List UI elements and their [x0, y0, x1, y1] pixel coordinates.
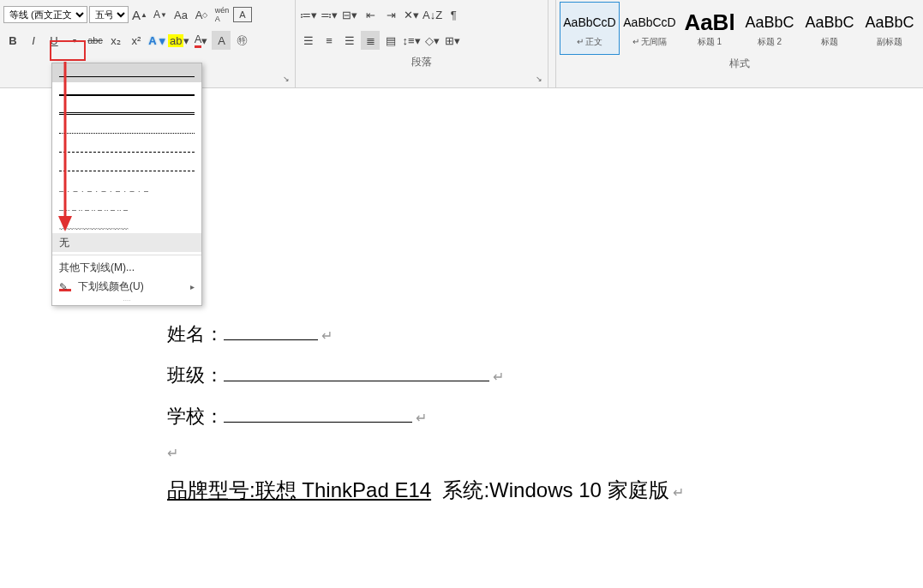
phonetic-guide-button[interactable]: wénA	[213, 5, 231, 24]
underline-field-name[interactable]	[224, 339, 318, 340]
style-heading1[interactable]: AaBl 标题 1	[680, 2, 740, 55]
bold-button[interactable]: B	[3, 31, 22, 50]
char-shading-button[interactable]: A	[212, 31, 231, 50]
style-subtitle[interactable]: AaBbC 副标题	[860, 2, 920, 55]
underline-style-dotted[interactable]	[52, 120, 201, 139]
font-name-select[interactable]: 等线 (西文正文)	[3, 6, 87, 23]
paragraph-group: ≔▾ ≕▾ ⊟▾ ⇤ ⇥ ✕▾ A↓Z ¶ ☰ ≡ ☰ ≣ ▤ ↕≡▾ ◇▾ ⊞…	[296, 0, 548, 87]
font-dialog-launcher[interactable]: ↘	[280, 73, 292, 85]
underline-style-dash-thin[interactable]	[52, 139, 201, 158]
style-no-spacing[interactable]: AaBbCcD ↵ 无间隔	[620, 2, 680, 55]
strikethrough-button[interactable]: abc	[86, 31, 105, 50]
grow-font-button[interactable]: A▲	[130, 5, 149, 24]
underline-style-thick[interactable]	[52, 82, 201, 101]
label-school: 学校：	[167, 404, 224, 429]
multilevel-list-button[interactable]: ⊟▾	[340, 5, 359, 24]
text-effects-button[interactable]: A ▾	[147, 31, 166, 50]
underline-button[interactable]: U	[45, 31, 63, 50]
style-heading2[interactable]: AaBbC 标题 2	[740, 2, 800, 55]
underline-style-solid[interactable]	[52, 63, 201, 82]
paragraph-dialog-launcher[interactable]: ↘	[533, 73, 545, 85]
label-name: 姓名：	[167, 321, 224, 347]
distribute-button[interactable]: ▤	[381, 31, 400, 50]
doc-line-class: 班级： ↵	[167, 363, 684, 388]
return-mark-icon: ↵	[321, 327, 333, 344]
underline-more-button[interactable]: 其他下划线(M)...	[52, 258, 201, 277]
style-normal[interactable]: AaBbCcD ↵ 正文	[560, 2, 620, 55]
document-page: 姓名： ↵ 班级： ↵ 学校： ↵ ↵ 品牌型号:联想 ThinkPad E14…	[167, 124, 684, 519]
show-marks-button[interactable]: ¶	[444, 5, 463, 24]
underline-dropdown: 无 其他下划线(M)... ✎ 下划线颜色(U) ▸ ····	[51, 63, 202, 306]
highlight-button[interactable]: ab▾	[168, 31, 189, 50]
font-color-button[interactable]: A▾	[191, 31, 210, 50]
font-size-select[interactable]: 五号	[89, 6, 129, 23]
decrease-indent-button[interactable]: ⇤	[361, 5, 380, 24]
return-mark-icon: ↵	[416, 410, 427, 426]
shrink-font-button[interactable]: A▼	[151, 5, 170, 24]
info-underlined-text: 品牌型号:联想 ThinkPad E14	[167, 477, 431, 504]
subscript-button[interactable]: x₂	[106, 31, 125, 50]
superscript-button[interactable]: x²	[127, 31, 146, 50]
paragraph-group-label: 段落	[299, 53, 544, 71]
underline-style-dashdot[interactable]	[52, 177, 201, 195]
styles-group: AaBbCcD ↵ 正文 AaBbCcD ↵ 无间隔 AaBl 标题 1 AaB…	[556, 0, 923, 87]
line-spacing-button[interactable]: ↕≡▾	[402, 31, 421, 50]
underline-style-wave[interactable]	[52, 214, 201, 233]
underline-style-dash[interactable]	[52, 158, 201, 177]
underline-style-none[interactable]: 无	[52, 233, 201, 252]
shading-button[interactable]: ◇▾	[423, 31, 441, 50]
underline-style-dashdotdot[interactable]	[52, 195, 201, 214]
doc-line-info: 品牌型号:联想 ThinkPad E14 系统:Windows 10 家庭版 ↵	[167, 477, 684, 504]
underline-color-button[interactable]: ✎ 下划线颜色(U) ▸	[52, 277, 201, 296]
enclose-char-button[interactable]: ㊕	[232, 31, 251, 50]
italic-button[interactable]: I	[24, 31, 43, 50]
underline-color-icon: ✎	[59, 281, 71, 291]
increase-indent-button[interactable]: ⇥	[381, 5, 400, 24]
doc-line-name: 姓名： ↵	[167, 321, 684, 347]
align-center-button[interactable]: ≡	[320, 31, 339, 50]
style-title[interactable]: AaBbC 标题	[800, 2, 860, 55]
chevron-right-icon: ▸	[190, 282, 195, 291]
align-left-button[interactable]: ☰	[299, 31, 318, 50]
doc-line-empty: ↵	[167, 445, 684, 461]
clear-formatting-button[interactable]: A◇	[192, 5, 211, 24]
align-right-button[interactable]: ☰	[340, 31, 359, 50]
borders-button[interactable]: ⊞▾	[443, 31, 462, 50]
style-gallery: AaBbCcD ↵ 正文 AaBbCcD ↵ 无间隔 AaBl 标题 1 AaB…	[560, 2, 920, 55]
bullets-button[interactable]: ≔▾	[299, 5, 318, 24]
styles-group-label: 样式	[560, 55, 920, 73]
char-border-button[interactable]: A	[233, 7, 252, 22]
sort-button[interactable]: A↓Z	[423, 5, 442, 24]
doc-line-school: 学校： ↵	[167, 404, 684, 429]
label-class: 班级：	[167, 363, 224, 388]
justify-button[interactable]: ≣	[361, 31, 380, 50]
return-mark-icon: ↵	[167, 445, 178, 461]
asian-layout-button[interactable]: ✕▾	[402, 5, 421, 24]
underline-field-class[interactable]	[224, 381, 489, 381]
return-mark-icon: ↵	[493, 369, 504, 385]
return-mark-icon: ↵	[673, 484, 684, 501]
numbering-button[interactable]: ≕▾	[320, 5, 339, 24]
spacer-group	[548, 0, 556, 87]
info-rest-text: 系统:Windows 10 家庭版	[431, 477, 668, 504]
underline-style-double[interactable]	[52, 101, 201, 120]
change-case-button[interactable]: Aa	[171, 5, 190, 24]
underline-dropdown-button[interactable]: ▾	[65, 31, 84, 50]
underline-field-school[interactable]	[224, 422, 412, 423]
